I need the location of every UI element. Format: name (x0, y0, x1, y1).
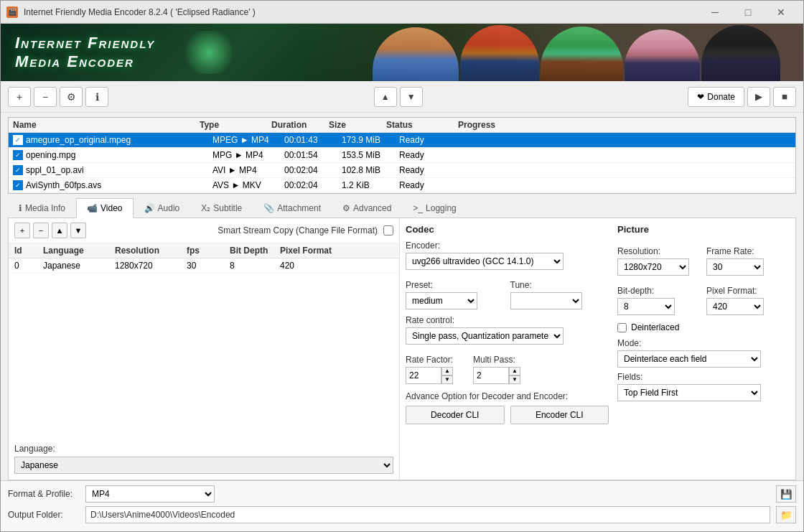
fields-label: Fields: (617, 372, 790, 382)
browse-folder-button[interactable]: 📁 (776, 506, 796, 523)
language-label: Language: (14, 444, 393, 454)
language-select[interactable]: Japanese (14, 457, 393, 474)
move-down-button[interactable]: ▼ (400, 87, 423, 107)
table-row[interactable]: ✓ AviSynth_60fps.avs AVS ► MKV 00:02:04 … (9, 178, 795, 193)
info-button[interactable]: ℹ (85, 87, 108, 107)
minimize-button[interactable]: ─ (698, 1, 731, 24)
tune-select[interactable] (510, 292, 582, 309)
format-select[interactable]: MP4 (85, 485, 215, 503)
file-list: Name Type Duration Size Status Progress … (8, 117, 796, 194)
save-profile-button[interactable]: 💾 (776, 485, 796, 503)
rate-control-label: Rate control: (406, 315, 609, 325)
table-row[interactable]: ✓ opening.mpg MPG ► MP4 00:01:54 153.5 M… (9, 148, 795, 163)
rate-factor-down[interactable]: ▼ (441, 375, 453, 384)
deinterlaced-checkbox[interactable] (617, 323, 627, 332)
stop-button[interactable]: ■ (773, 87, 796, 107)
col-pixel-format: Pixel Format (280, 246, 393, 256)
resolution-select[interactable]: 1280x720 (617, 258, 689, 276)
tab-audio[interactable]: 🔊 Audio (134, 198, 191, 218)
stream-up-button[interactable]: ▲ (52, 223, 67, 238)
move-up-button[interactable]: ▲ (374, 87, 397, 107)
window-title: Internet Friendly Media Encoder 8.2.4 ( … (24, 7, 698, 17)
banner: Internet Friendly Media Encoder (1, 24, 803, 81)
pixel-format-select[interactable]: 420 (706, 298, 764, 315)
table-row[interactable]: ✓ sppl_01_op.avi AVI ► MP4 00:02:04 102.… (9, 163, 795, 178)
fields-select[interactable]: Top Field First (617, 384, 761, 401)
stream-add-button[interactable]: + (14, 223, 30, 238)
tab-advanced[interactable]: ⚙ Advanced (332, 198, 402, 218)
file-checkbox[interactable]: ✓ (13, 150, 23, 160)
resolution-label: Resolution: (617, 246, 701, 256)
stream-language: Japanese (43, 261, 115, 271)
encoder-select[interactable]: uvg266 ultravideo (GCC 14.1.0) (406, 253, 564, 270)
heart-icon: ❤ (697, 92, 704, 102)
maximize-button[interactable]: □ (731, 1, 765, 24)
tab-media-info[interactable]: ℹ Media Info (8, 198, 76, 218)
file-duration: 00:01:43 (284, 135, 342, 145)
stream-row[interactable]: 0 Japanese 1280x720 30 8 420 (9, 258, 399, 274)
file-name: opening.mpg (26, 150, 212, 160)
settings-button[interactable]: ⚙ (60, 87, 83, 107)
preset-select[interactable]: medium (406, 292, 477, 309)
col-header-status: Status (386, 120, 458, 130)
tab-video[interactable]: 📹 Video (76, 198, 133, 218)
logging-icon: >_ (413, 203, 423, 213)
bottom-bar: Format & Profile: MP4 💾 Output Folder: D… (1, 480, 803, 531)
file-type: AVS ► MKV (212, 180, 284, 190)
file-status: Ready (399, 180, 471, 190)
file-type: MPEG ► MP4 (212, 135, 284, 145)
subtitle-icon: X₂ (201, 203, 210, 213)
col-header-progress: Progress (458, 120, 791, 130)
tab-attachment[interactable]: 📎 Attachment (253, 198, 332, 218)
mode-label: Mode: (617, 338, 790, 348)
format-profile-label: Format & Profile: (8, 489, 80, 499)
multi-pass-down[interactable]: ▼ (509, 375, 520, 384)
donate-button[interactable]: ❤ Donate (688, 87, 744, 107)
file-type: AVI ► MP4 (212, 165, 284, 175)
file-status: Ready (399, 150, 471, 160)
remove-file-button[interactable]: − (34, 87, 57, 107)
rate-factor-up[interactable]: ▲ (441, 367, 453, 375)
close-button[interactable]: ✕ (765, 1, 798, 24)
col-header-type: Type (200, 120, 271, 130)
bit-depth-select[interactable]: 8 (617, 298, 675, 315)
picture-section-title: Picture (617, 224, 790, 235)
multi-pass-input[interactable] (473, 367, 509, 384)
rate-control-select[interactable]: Single pass, Quantization parameter (406, 327, 564, 345)
pixel-format-label: Pixel Format: (706, 286, 790, 296)
tab-logging[interactable]: >_ Logging (402, 198, 467, 218)
stream-table-header: Id Language Resolution fps Bit Depth Pix… (9, 243, 399, 258)
stream-toolbar: + − ▲ ▼ Smart Stream Copy (Change File F… (9, 218, 399, 243)
stream-remove-button[interactable]: − (33, 223, 49, 238)
file-checkbox[interactable]: ✓ (13, 165, 23, 175)
frame-rate-select[interactable]: 30 (706, 258, 764, 276)
multi-pass-up[interactable]: ▲ (509, 367, 520, 375)
file-duration: 00:02:04 (284, 165, 342, 175)
advanced-icon: ⚙ (342, 203, 350, 213)
smart-stream-copy-label: Smart Stream Copy (Change File Format) (218, 225, 378, 235)
add-file-button[interactable]: + (8, 87, 31, 107)
stream-pixel-format: 420 (280, 261, 393, 271)
multi-pass-label: Multi Pass: (473, 355, 520, 365)
stream-down-button[interactable]: ▼ (70, 223, 86, 238)
file-duration: 00:01:54 (284, 150, 342, 160)
codec-section-title: Codec (406, 224, 609, 235)
decoder-cli-button[interactable]: Decoder CLI (406, 406, 505, 424)
video-icon: 📹 (87, 203, 98, 213)
bit-depth-label: Bit-depth: (617, 286, 701, 296)
tab-subtitle[interactable]: X₂ Subtitle (190, 198, 253, 218)
rate-factor-input[interactable] (406, 367, 441, 384)
col-fps: fps (187, 246, 230, 256)
col-header-size: Size (329, 120, 386, 130)
file-size: 153.5 MiB (342, 150, 399, 160)
file-checkbox[interactable]: ✓ (13, 135, 23, 145)
file-name: AviSynth_60fps.avs (26, 180, 212, 190)
output-path: D:\Users\Anime4000\Videos\Encoded (85, 506, 770, 523)
file-checkbox[interactable]: ✓ (13, 180, 23, 190)
smart-stream-copy-checkbox[interactable] (383, 225, 393, 235)
file-name: sppl_01_op.avi (26, 165, 212, 175)
table-row[interactable]: ✓ amegure_op_original.mpeg MPEG ► MP4 00… (9, 133, 795, 148)
encoder-cli-button[interactable]: Encoder CLI (510, 406, 609, 424)
play-button[interactable]: ▶ (747, 87, 770, 107)
mode-select[interactable]: Deinterlace each field (617, 350, 761, 368)
